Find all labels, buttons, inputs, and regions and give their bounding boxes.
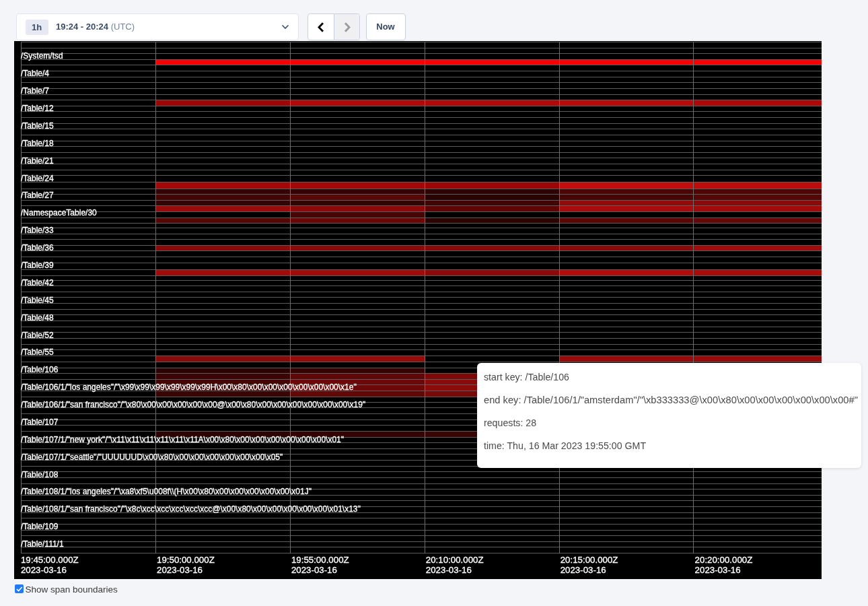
svg-text:/Table/108/1/"los angeles"/"\x: /Table/108/1/"los angeles"/"\xa8\xf5\u00… [21,487,312,496]
svg-text:2023-03-16: 2023-03-16 [291,565,337,575]
svg-text:/Table/15: /Table/15 [21,121,54,131]
svg-text:/Table/21: /Table/21 [21,156,54,166]
svg-text:19:50:00.000Z: 19:50:00.000Z [157,555,215,565]
svg-text:/Table/111/1: /Table/111/1 [21,539,64,549]
svg-text:/Table/107/1/"seattle"/"UUUUUU: /Table/107/1/"seattle"/"UUUUUUD\x00\x80\… [21,452,283,462]
svg-text:/Table/7: /Table/7 [21,86,49,96]
svg-text:2023-03-16: 2023-03-16 [695,565,741,575]
svg-text:/Table/106/1/"los angeles"/"\x: /Table/106/1/"los angeles"/"\x99\x99\x99… [21,382,357,392]
svg-text:19:45:00.000Z: 19:45:00.000Z [21,555,79,565]
svg-text:/Table/48: /Table/48 [21,313,54,323]
svg-text:/Table/108: /Table/108 [21,470,59,479]
svg-text:2023-03-16: 2023-03-16 [157,565,203,575]
svg-text:/Table/24: /Table/24 [21,174,54,183]
svg-text:2023-03-16: 2023-03-16 [426,565,472,575]
svg-text:20:15:00.000Z: 20:15:00.000Z [560,555,618,565]
svg-text:/Table/39: /Table/39 [21,261,54,270]
svg-text:/Table/36: /Table/36 [21,243,54,252]
svg-text:/Table/18: /Table/18 [21,139,54,148]
svg-text:2023-03-16: 2023-03-16 [21,565,67,575]
svg-text:/Table/4: /Table/4 [21,69,49,78]
svg-text:/Table/55: /Table/55 [21,347,54,357]
svg-text:/Table/45: /Table/45 [21,296,54,305]
svg-text:/Table/107/1/"new york"/"\x11\: /Table/107/1/"new york"/"\x11\x11\x11\x1… [21,435,344,444]
svg-text:19:55:00.000Z: 19:55:00.000Z [291,555,349,565]
svg-text:/Table/106/1/"san francisco"/": /Table/106/1/"san francisco"/"\x80\x00\x… [21,400,365,409]
svg-text:20:10:00.000Z: 20:10:00.000Z [426,555,484,565]
svg-text:/Table/106: /Table/106 [21,365,59,374]
svg-text:20:20:00.000Z: 20:20:00.000Z [695,555,753,565]
svg-text:/Table/27: /Table/27 [21,191,54,200]
svg-text:2023-03-16: 2023-03-16 [560,565,606,575]
svg-text:/Table/42: /Table/42 [21,278,54,288]
svg-text:/Table/52: /Table/52 [21,331,54,340]
svg-text:/System/tsd: /System/tsd [21,51,63,61]
svg-text:/NamespaceTable/30: /NamespaceTable/30 [21,208,97,217]
svg-text:/Table/109: /Table/109 [21,522,59,531]
svg-text:/Table/108/1/"san francisco"/": /Table/108/1/"san francisco"/"\x8c\xcc\x… [21,504,361,514]
svg-text:/Table/107: /Table/107 [21,417,59,427]
svg-text:/Table/12: /Table/12 [21,104,54,113]
svg-text:/Table/33: /Table/33 [21,226,54,235]
